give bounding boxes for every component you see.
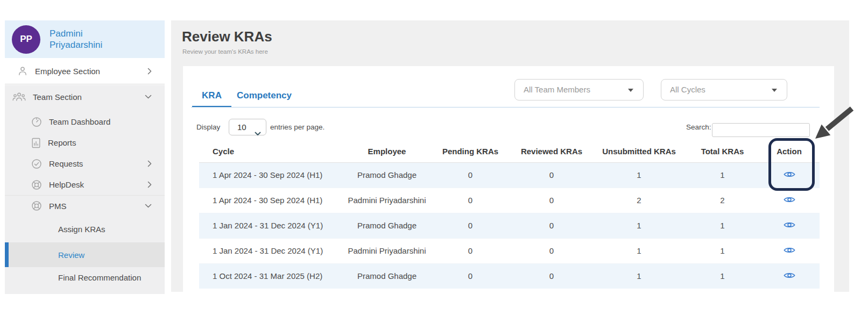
employee-cell: Pramod Ghadge	[344, 162, 429, 188]
team-members-dropdown-value: All Team Members	[524, 85, 590, 94]
caret-down-icon	[628, 89, 633, 92]
eye-icon	[784, 271, 795, 279]
employee-cell: Pramod Ghadge	[344, 263, 429, 289]
column-header-employee: Employee	[344, 141, 429, 162]
sidebar-item-helpdesk[interactable]: HelpDesk	[5, 174, 165, 195]
sidebar-item-team-dashboard[interactable]: Team Dashboard	[5, 111, 165, 132]
entries-per-page-select[interactable]: 10	[229, 119, 266, 135]
sidebar-item-review[interactable]: Review	[5, 242, 165, 267]
caret-down-icon	[772, 89, 777, 92]
chevron-right-icon	[147, 68, 152, 75]
cycle-cell: 1 Oct 2024 - 31 Mar 2025 (H2)	[199, 263, 344, 289]
sidebar-item-label: Employee Section	[35, 67, 100, 76]
column-header-total-kras: Total KRAs	[686, 141, 759, 162]
chevron-down-icon	[145, 204, 152, 208]
gauge-icon	[31, 117, 42, 127]
total-kras-cell: 1	[686, 238, 759, 263]
team-members-dropdown[interactable]: All Team Members	[514, 79, 644, 100]
view-action-button[interactable]	[784, 170, 795, 178]
reviewed-kras-cell: 0	[511, 213, 592, 238]
cycles-dropdown-value: All Cycles	[670, 85, 705, 94]
page-subtitle: Review your team's KRAs here	[182, 48, 268, 55]
sidebar-item-label: PMS	[49, 202, 67, 211]
column-header-reviewed-kras: Reviewed KRAs	[511, 141, 592, 162]
pending-kras-cell: 0	[429, 238, 511, 263]
table-row: 1 Oct 2024 - 31 Mar 2025 (H2) Pramod Gha…	[199, 263, 820, 289]
view-action-button[interactable]	[784, 196, 795, 204]
bar-chart-document-icon	[31, 138, 41, 148]
total-kras-cell: 1	[686, 263, 759, 289]
chevron-down-icon	[255, 125, 261, 141]
cycle-cell: 1 Jan 2024 - 31 Dec 2024 (Y1)	[199, 213, 344, 238]
sidebar-item-final-recommendation[interactable]: Final Recommendation	[5, 267, 165, 288]
total-kras-cell: 2	[686, 188, 759, 213]
user-profile[interactable]: PP Padmini Priyadarshini	[5, 20, 165, 58]
total-kras-cell: 1	[686, 213, 759, 238]
unsubmitted-kras-cell: 1	[592, 238, 686, 263]
eye-icon	[784, 221, 795, 229]
lifebuoy-icon	[31, 200, 42, 211]
tab-divider	[191, 107, 820, 107]
lifebuoy-icon	[31, 179, 42, 190]
view-action-button[interactable]	[784, 221, 795, 229]
avatar: PP	[12, 25, 40, 54]
user-name: Padmini Priyadarshini	[50, 28, 130, 51]
table-row: 1 Apr 2024 - 30 Sep 2024 (H1) Padmini Pr…	[199, 188, 820, 213]
column-header-cycle: Cycle	[199, 141, 344, 162]
entries-per-page-value: 10	[237, 123, 246, 132]
people-icon	[12, 92, 26, 102]
sidebar-item-assign-kras[interactable]: Assign KRAs	[5, 218, 165, 240]
sidebar-item-pms[interactable]: PMS	[5, 195, 165, 216]
employee-cell: Padmini Priyadarshini	[344, 188, 429, 213]
total-kras-cell: 1	[686, 162, 759, 188]
sidebar-item-requests[interactable]: Requests	[5, 153, 165, 174]
kra-table: Cycle Employee Pending KRAs Reviewed KRA…	[199, 141, 820, 289]
search-input[interactable]	[712, 123, 810, 137]
avatar-initials: PP	[20, 34, 32, 45]
eye-icon	[784, 170, 795, 178]
eye-icon	[784, 246, 795, 254]
employee-cell: Pramod Ghadge	[344, 213, 429, 238]
column-header-pending-kras: Pending KRAs	[429, 141, 511, 162]
chevron-right-icon	[147, 181, 152, 188]
sidebar-item-label: Assign KRAs	[5, 225, 105, 234]
cycle-cell: 1 Apr 2024 - 30 Sep 2024 (H1)	[199, 188, 344, 213]
sidebar-item-reports[interactable]: Reports	[5, 132, 165, 153]
pending-kras-cell: 0	[429, 213, 511, 238]
tab-competency[interactable]: Competency	[237, 85, 289, 107]
pending-kras-cell: 0	[429, 263, 511, 289]
sidebar-item-label: Team Dashboard	[49, 117, 110, 126]
employee-cell: Padmini Priyadarshini	[344, 238, 429, 263]
reviewed-kras-cell: 0	[511, 263, 592, 289]
sidebar-item-label: Team Section	[33, 92, 82, 102]
tab-kra[interactable]: KRA	[192, 85, 231, 107]
table-header-row: Cycle Employee Pending KRAs Reviewed KRA…	[199, 141, 820, 162]
sidebar-item-label: Requests	[49, 159, 83, 168]
table-row: 1 Jan 2024 - 31 Dec 2024 (Y1) Pramod Gha…	[199, 213, 820, 238]
view-action-button[interactable]	[784, 271, 795, 279]
display-label: Display	[196, 119, 220, 135]
sidebar-item-employee-section[interactable]: Employee Section	[5, 58, 165, 84]
column-header-unsubmitted-kras: Unsubmitted KRAs	[592, 141, 686, 162]
unsubmitted-kras-cell: 2	[592, 188, 686, 213]
unsubmitted-kras-cell: 1	[592, 213, 686, 238]
sidebar-item-label: HelpDesk	[49, 180, 84, 189]
entries-suffix-label: entries per page.	[270, 119, 324, 135]
column-header-action: Action	[759, 141, 820, 162]
reviewed-kras-cell: 0	[511, 162, 592, 188]
sidebar-item-label: Final Recommendation	[5, 273, 141, 282]
unsubmitted-kras-cell: 1	[592, 162, 686, 188]
sidebar-item-team-section[interactable]: Team Section	[5, 85, 165, 109]
cycles-dropdown[interactable]: All Cycles	[661, 79, 787, 100]
sidebar-item-label: Reports	[48, 138, 76, 147]
check-circle-icon	[31, 159, 42, 169]
view-action-button[interactable]	[784, 246, 795, 254]
unsubmitted-kras-cell: 1	[592, 263, 686, 289]
page-title: Review KRAs	[182, 28, 272, 45]
reviewed-kras-cell: 0	[511, 238, 592, 263]
pending-kras-cell: 0	[429, 162, 511, 188]
table-row: 1 Jan 2024 - 31 Dec 2024 (Y1) Padmini Pr…	[199, 238, 820, 263]
pending-kras-cell: 0	[429, 188, 511, 213]
cycle-cell: 1 Jan 2024 - 31 Dec 2024 (Y1)	[199, 238, 344, 263]
chevron-down-icon	[145, 95, 152, 99]
